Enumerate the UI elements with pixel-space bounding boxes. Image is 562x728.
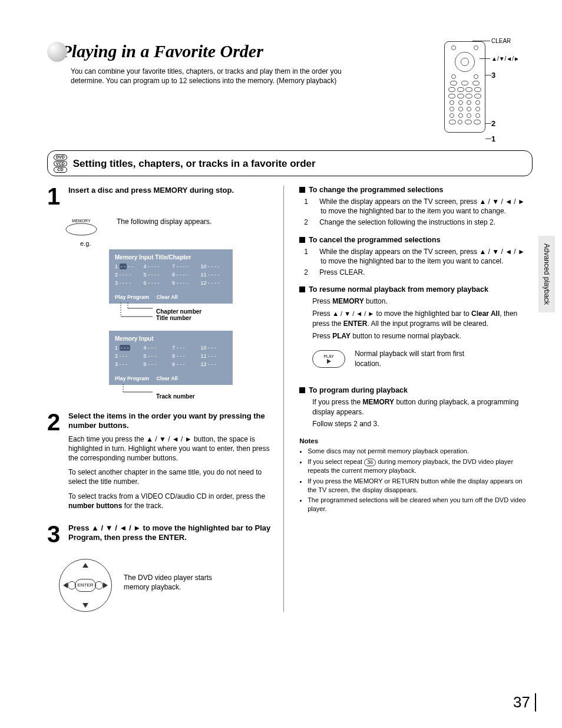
- intro-text: You can combine your favorite titles, ch…: [71, 67, 342, 85]
- remote-label-arrows: ▲/▼/◄/►: [491, 55, 520, 62]
- page-title-text: Playing in a Favorite Order: [61, 41, 263, 61]
- resume-block: Press MEMORY button. Press ▲ / ▼ / ◄ / ►…: [312, 297, 533, 341]
- remote-label-2: 2: [491, 119, 495, 128]
- step-1-number: 1: [47, 186, 64, 207]
- section-title-text: Setting titles, chapters, or tracks in a…: [73, 158, 316, 170]
- cancel-list: 1While the display appears on the TV scr…: [312, 247, 533, 278]
- step-3-title: Press ▲ / ▼ / ◄ / ► to move the highligh…: [68, 523, 274, 543]
- step-3: 3 Press ▲ / ▼ / ◄ / ► to move the highli…: [47, 523, 274, 545]
- step-1-title: Insert a disc and press MEMORY during st…: [68, 186, 274, 195]
- step-2-p2: To select another chapter in the same ti…: [68, 467, 274, 486]
- cancel-heading: To cancel the programmed selections: [299, 236, 533, 244]
- page-title: Playing in a Favorite Order: [47, 41, 444, 63]
- osd-memory-input-title-chapter: Memory Input Title/Chapter 1 - - - - 4 -…: [109, 249, 233, 304]
- step-2-number: 2: [47, 411, 64, 515]
- play-button-icon: PLAY: [312, 350, 345, 368]
- step-2-p1: Each time you press the ▲ / ▼ / ◄ / ► bu…: [68, 434, 274, 463]
- resume-heading: To resume normal playback from memory pl…: [299, 285, 533, 294]
- notes-heading: Notes: [299, 437, 533, 444]
- notes-list: Some discs may not permit memory playbac…: [299, 447, 533, 513]
- step-2-title: Select the items in the order you want b…: [68, 411, 274, 431]
- eg-label: e.g.: [80, 240, 274, 247]
- title-sphere-icon: [47, 42, 67, 62]
- step-1-caption: The following display appears.: [117, 215, 211, 226]
- remote-diagram: CLEAR ▲/▼/◄/► 3 2 1: [444, 41, 533, 133]
- osd-memory-input-track: Memory Input 1 - - - 4 - - - 7 - - - 10 …: [109, 331, 233, 385]
- change-heading: To change the programmed selections: [299, 186, 533, 194]
- step-1: 1 Insert a disc and press MEMORY during …: [47, 186, 274, 207]
- step-3-body: The DVD video player starts memory playb…: [124, 573, 224, 592]
- play-button-row: PLAY Normal playback will start from fir…: [312, 349, 533, 368]
- memory-button-icon: MEMORY: [64, 218, 99, 236]
- remote-label-1: 1: [491, 134, 495, 143]
- page-number: 37: [513, 693, 536, 711]
- enter-label: ENTER: [75, 579, 96, 592]
- remote-dpad-icon: [455, 52, 475, 72]
- program-heading: To program during playback: [299, 386, 533, 394]
- osd-clear-all: Clear All: [157, 294, 178, 300]
- side-tab: Advanced playback: [538, 236, 555, 312]
- program-block: If you press the MEMORY button during pl…: [312, 397, 533, 429]
- osd1-captions: Chapter number Title number: [109, 304, 233, 327]
- change-list: 1While the display appears on the TV scr…: [312, 197, 533, 228]
- svg-point-1: [66, 223, 97, 235]
- remote-label-3: 3: [491, 71, 495, 80]
- play-note: Normal playback will start from first lo…: [355, 349, 472, 368]
- osd-play-program: Play Program: [115, 294, 149, 300]
- section-heading: DVD VCD CD Setting titles, chapters, or …: [47, 150, 533, 176]
- step-2: 2 Select the items in the order you want…: [47, 411, 274, 515]
- remote-label-clear: CLEAR: [491, 38, 511, 44]
- osd2-captions: Track number: [109, 385, 233, 406]
- step-3-number: 3: [47, 523, 64, 545]
- svg-text:MEMORY: MEMORY: [72, 219, 91, 223]
- disc-type-badges: DVD VCD CD: [54, 154, 67, 173]
- enter-dpad-icon: ENTER: [59, 559, 112, 612]
- step-2-p3: To select tracks from a VIDEO CD/audio C…: [68, 492, 274, 510]
